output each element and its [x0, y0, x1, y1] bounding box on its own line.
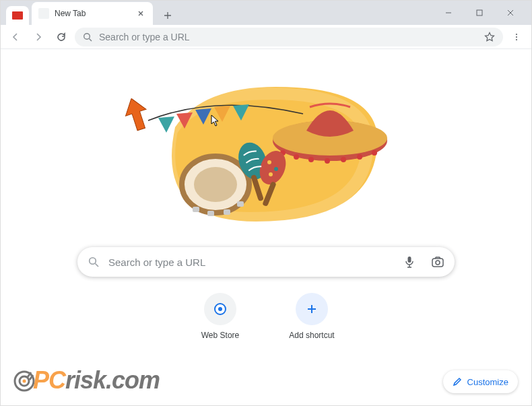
svg-point-12	[357, 154, 362, 160]
plus-icon	[296, 293, 328, 325]
back-button[interactable]	[6, 28, 25, 46]
forward-button[interactable]	[29, 28, 48, 46]
hero-illustration	[135, 67, 397, 235]
cursor-icon	[211, 114, 220, 127]
bookmark-star-icon[interactable]	[484, 32, 495, 42]
overflow-menu-icon[interactable]	[507, 28, 526, 46]
voice-search-icon[interactable]	[405, 256, 414, 268]
svg-rect-17	[207, 211, 214, 216]
search-icon	[88, 257, 99, 267]
shortcuts-row: Web Store Add shortcut	[191, 293, 341, 340]
svg-point-24	[267, 160, 271, 164]
svg-point-9	[308, 157, 314, 162]
lens-icon[interactable]	[432, 257, 444, 267]
svg-point-32	[218, 307, 222, 311]
customize-button[interactable]: Customize	[443, 370, 518, 393]
toolbar: Search or type a URL	[1, 25, 531, 49]
svg-point-8	[294, 154, 299, 160]
extension-tab[interactable]	[6, 6, 29, 25]
browser-tab[interactable]: New Tab	[32, 2, 153, 25]
watermark: PCrisk.com	[13, 366, 160, 395]
svg-rect-29	[432, 259, 443, 267]
search-icon	[83, 32, 92, 42]
reload-button[interactable]	[52, 28, 71, 46]
svg-rect-16	[193, 207, 199, 212]
close-icon[interactable]	[135, 8, 146, 19]
svg-point-15	[194, 167, 237, 202]
search-box[interactable]: Search or type a URL	[77, 247, 455, 277]
minimize-button[interactable]	[433, 2, 464, 24]
svg-point-4	[516, 38, 517, 40]
search-placeholder: Search or type a URL	[108, 257, 205, 268]
svg-point-25	[274, 167, 278, 171]
tab-title: New Tab	[55, 9, 86, 18]
tab-strip: New Tab	[1, 1, 531, 25]
new-tab-button[interactable]	[158, 6, 177, 25]
svg-point-13	[372, 150, 377, 156]
svg-point-11	[341, 157, 346, 162]
pencil-icon	[453, 377, 462, 386]
svg-point-10	[325, 158, 330, 164]
web-store-icon	[204, 293, 236, 325]
shortcut-add[interactable]: Add shortcut	[282, 293, 341, 340]
svg-point-26	[269, 172, 273, 176]
shortcut-label: Web Store	[201, 331, 239, 340]
tab-favicon	[38, 8, 49, 19]
shortcut-web-store[interactable]: Web Store	[191, 293, 250, 340]
omnibox[interactable]: Search or type a URL	[75, 28, 503, 46]
svg-rect-28	[408, 257, 411, 263]
svg-rect-18	[224, 209, 230, 215]
svg-rect-19	[237, 201, 244, 207]
svg-point-30	[436, 261, 440, 265]
svg-point-3	[516, 36, 517, 37]
customize-label: Customize	[467, 377, 508, 387]
svg-point-27	[90, 258, 96, 265]
maximize-button[interactable]	[464, 2, 495, 24]
svg-point-1	[84, 33, 90, 39]
shortcut-label: Add shortcut	[289, 331, 334, 340]
svg-point-2	[516, 33, 517, 34]
svg-point-35	[23, 380, 26, 383]
window-controls	[433, 1, 526, 25]
close-button[interactable]	[495, 2, 526, 24]
new-tab-page: Search or type a URL Web Store Add short…	[1, 49, 531, 406]
omnibox-placeholder: Search or type a URL	[99, 32, 190, 42]
svg-rect-0	[477, 10, 482, 15]
